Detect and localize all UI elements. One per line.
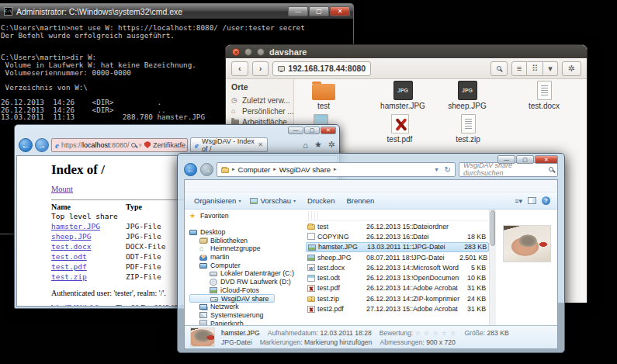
maximize-button[interactable]: ▢ (309, 6, 329, 16)
mount-link[interactable]: Mount (51, 185, 73, 193)
file-link[interactable]: sheep.JPG (51, 231, 126, 241)
file-icon (458, 81, 477, 100)
scrollbar-thumb[interactable] (490, 210, 495, 246)
breadcrumb[interactable]: ▸ Computer ▸ WsgiDAV share ▸ ▾ ↻ (217, 162, 456, 177)
close-button[interactable]: ✕ (321, 127, 336, 134)
add-tag-link[interactable]: Markierung hinzufügen (304, 338, 372, 346)
forward-button[interactable]: → (35, 138, 49, 152)
browser-tab[interactable]: e WsgiDAV - Index of / ✕ (190, 137, 268, 152)
file-link[interactable]: hamster.JPG (51, 221, 126, 231)
favorites-star-icon[interactable]: ★ (314, 140, 322, 150)
tree-item[interactable]: Heimnetzgruppe (189, 244, 303, 253)
address-bar[interactable]: 192.168.178.44:8080 (272, 61, 371, 76)
tree-item[interactable]: Netzwerk (189, 303, 303, 311)
tree-item[interactable]: Computer (189, 261, 303, 269)
file-item[interactable]: hamster.JPG (370, 81, 435, 110)
home-icon[interactable]: ⌂ (303, 140, 308, 150)
file-link[interactable]: test.pdf (51, 262, 126, 272)
tree-item[interactable]: martin (189, 253, 303, 262)
browser-titlebar[interactable]: — ▢ ✕ (15, 125, 339, 135)
tree-item[interactable]: WsgiDAV share (189, 294, 275, 303)
file-row[interactable]: test.zip 26.12.2013 14:22 ZIP-komprimier… (306, 293, 489, 303)
file-item[interactable]: test (291, 81, 356, 110)
tree-item[interactable]: Systemsteuerung (189, 311, 303, 320)
file-link[interactable]: test.zip (51, 272, 126, 282)
file-link[interactable]: test.odt (51, 251, 126, 262)
certificate-error-icon[interactable] (144, 141, 151, 148)
address-dropdown-icon[interactable]: ▾ (435, 166, 438, 173)
minimize-button[interactable]: — (288, 6, 308, 16)
file-row[interactable]: test2.pdf 27.12.2013 15:10 Adobe Acrobat… (306, 303, 489, 314)
close-icon[interactable]: × (232, 48, 240, 56)
search-button[interactable] (490, 61, 508, 76)
maximize-icon[interactable] (257, 48, 265, 56)
explorer-titlebar[interactable]: — ▢ ✕ (178, 154, 564, 160)
change-view-icon[interactable]: ≡▾ (515, 197, 522, 205)
close-button[interactable]: ✕ (330, 6, 350, 16)
address-text: 192.168.178.44:8080 (288, 64, 366, 73)
toolbar-button[interactable]: Organisieren ▾ (192, 196, 241, 205)
toolbar-button[interactable]: Drucken (305, 196, 334, 205)
tree-item[interactable]: DVD RW Laufwerk (D:) (189, 278, 303, 286)
certificate-error-text[interactable]: Zertifikatfe... (153, 141, 188, 149)
search-icon[interactable] (131, 143, 136, 147)
tree-item[interactable]: Favoriten (189, 212, 303, 220)
forward-button[interactable]: › (252, 61, 269, 76)
file-link[interactable]: test.docx (51, 241, 126, 251)
file-row[interactable]: sheep.JPG 08.07.2011 18:52 JPG-Datei 2.5… (306, 252, 489, 262)
file-item[interactable]: sheep.JPG (435, 81, 500, 110)
rating-stars[interactable]: ☆ ☆ ☆ ☆ ☆ (415, 330, 457, 337)
tree-item[interactable]: iCloud-Fotos (189, 286, 303, 295)
scrollbar[interactable] (489, 210, 496, 325)
back-button[interactable]: ← (184, 163, 197, 176)
back-button[interactable]: ← (19, 138, 33, 152)
tools-gear-icon[interactable]: ✲ (328, 140, 335, 150)
tab-close-icon[interactable]: ✕ (258, 141, 263, 148)
file-label: test (291, 102, 356, 110)
file-label: test.pdf (367, 135, 432, 144)
back-button[interactable]: ‹ (231, 61, 248, 76)
file-row[interactable]: test.pdf 26.12.2013 14:19 Adobe Acrobat … (306, 283, 489, 293)
view-options-button[interactable]: ▾ (543, 61, 558, 76)
breadcrumb-computer[interactable]: Computer (238, 165, 271, 174)
refresh-icon[interactable]: ↻ (445, 165, 451, 174)
close-button[interactable]: ✕ (535, 155, 558, 164)
column-header[interactable] (315, 211, 318, 220)
breadcrumb-wsgidav-share[interactable]: WsgiDAV share (279, 165, 331, 174)
address-bar[interactable]: e https://localhost:8080/ ▾ Zertifikatfe… (51, 138, 188, 152)
toolbar-button[interactable]: Brennen (344, 196, 374, 205)
cmd-titlebar[interactable]: C:\ Administrator: C:\Windows\system32\c… (0, 4, 353, 19)
search-input[interactable]: WsgiDAV share durchsuchen (459, 162, 558, 177)
gear-button[interactable]: ✲ (562, 61, 581, 76)
tree-item[interactable]: Bibliotheken (189, 236, 303, 244)
tree-item[interactable]: Lokaler Datenträger (C:) (189, 269, 303, 278)
list-view-button[interactable]: ≡ (511, 61, 527, 76)
file-row[interactable]: hamster.JPG 13.03.2011 11:13 JPG-Datei 2… (306, 242, 489, 252)
wsgidav-version-link[interactable]: WsgiDAV/1.0.0.pre (51, 304, 110, 307)
maximize-button[interactable]: ▢ (304, 127, 320, 134)
search-placeholder: WsgiDAV share durchsuchen (463, 161, 546, 177)
maximize-button[interactable]: ▢ (516, 155, 534, 164)
tree-item[interactable]: Papierkorb (189, 319, 303, 325)
minimize-button[interactable]: — (497, 155, 515, 164)
forward-button[interactable]: → (200, 163, 213, 176)
sidebar-place[interactable]: Zuletzt verw... (231, 95, 293, 106)
file-row[interactable]: COPYING 26.12.2013 16:22 Datei 18 KB (306, 231, 489, 241)
tree-item[interactable]: Desktop (189, 228, 303, 237)
minimize-icon[interactable] (244, 48, 252, 56)
help-icon[interactable]: ? (542, 196, 550, 205)
preview-pane-toggle-icon[interactable] (528, 197, 536, 204)
file-type: ZIP-komprimierte... (413, 295, 459, 303)
file-item[interactable]: test.pdf (367, 114, 432, 144)
file-row[interactable]: test.odt 26.12.2013 13:55 OpenDocument T… (306, 272, 489, 283)
file-label: test.docx (511, 102, 577, 110)
file-row[interactable]: test 26.12.2013 15:21 Dateiordner (306, 221, 489, 231)
file-row[interactable]: test.docx 26.12.2013 14:26 Microsoft Wor… (306, 262, 489, 272)
toolbar-button[interactable]: Vorschau ▾ (250, 196, 296, 205)
minimize-button[interactable]: — (288, 127, 303, 134)
file-item[interactable]: test.docx (511, 81, 577, 110)
grid-view-button[interactable]: ⠿ (527, 61, 543, 76)
nautilus-titlebar[interactable]: × davshare (226, 45, 587, 58)
sidebar-place[interactable]: Persönlicher ... (231, 106, 293, 116)
file-item[interactable]: test.zip (435, 114, 501, 144)
